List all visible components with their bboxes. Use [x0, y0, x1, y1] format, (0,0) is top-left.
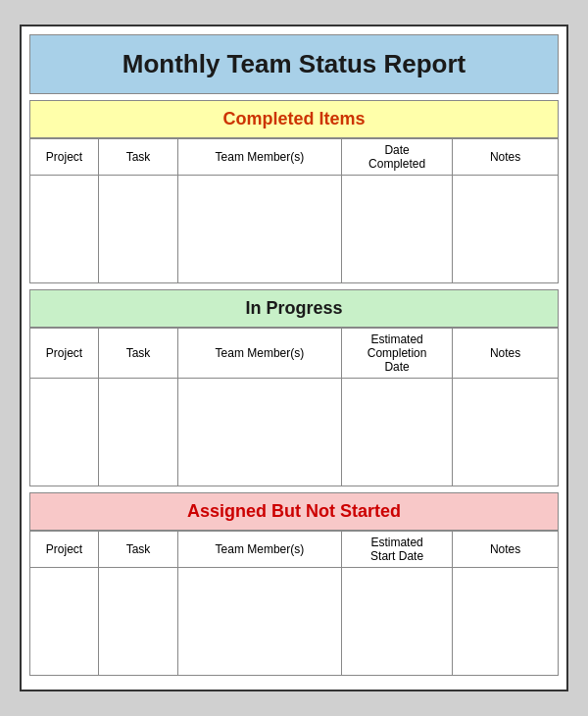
assigned-col-task: Task [99, 532, 178, 568]
report-container: Monthly Team Status Report Completed Ite… [20, 25, 568, 691]
completed-data-members [177, 176, 341, 283]
in-progress-data-date [341, 379, 452, 486]
completed-data-notes [453, 176, 559, 283]
report-title: Monthly Team Status Report [29, 34, 559, 94]
in-progress-data-task [99, 379, 178, 486]
assigned-data-date [341, 568, 452, 676]
completed-col-notes: Notes [453, 139, 559, 176]
assigned-data-members [177, 568, 341, 676]
in-progress-data-notes [453, 379, 559, 486]
in-progress-col-project: Project [30, 329, 99, 379]
completed-col-task: Task [99, 139, 178, 176]
completed-header-row: Project Task Team Member(s) DateComplete… [30, 139, 559, 176]
in-progress-table: Project Task Team Member(s) EstimatedCom… [29, 328, 559, 486]
assigned-data-row [30, 568, 559, 676]
assigned-section-header: Assigned But Not Started [29, 492, 559, 531]
in-progress-data-members [177, 379, 341, 486]
completed-data-project [30, 176, 99, 283]
assigned-col-notes: Notes [453, 532, 559, 568]
completed-col-project: Project [30, 139, 99, 176]
completed-data-date [341, 176, 452, 283]
in-progress-section-header: In Progress [29, 289, 559, 328]
in-progress-header-row: Project Task Team Member(s) EstimatedCom… [30, 329, 559, 379]
assigned-data-notes [453, 568, 559, 676]
completed-section-header: Completed Items [29, 100, 559, 138]
in-progress-data-project [30, 379, 99, 486]
in-progress-section: In Progress Project Task Team Member(s) … [29, 289, 559, 486]
in-progress-col-date: EstimatedCompletionDate [341, 329, 452, 379]
completed-table: Project Task Team Member(s) DateComplete… [29, 138, 559, 283]
assigned-section: Assigned But Not Started Project Task Te… [29, 492, 559, 676]
completed-col-date: DateCompleted [341, 139, 452, 176]
assigned-col-date: EstimatedStart Date [341, 532, 452, 568]
assigned-header-row: Project Task Team Member(s) EstimatedSta… [30, 532, 559, 568]
completed-data-task [99, 176, 178, 283]
assigned-table: Project Task Team Member(s) EstimatedSta… [29, 531, 559, 676]
completed-col-members: Team Member(s) [177, 139, 341, 176]
in-progress-col-task: Task [99, 329, 178, 379]
in-progress-data-row [30, 379, 559, 486]
in-progress-col-notes: Notes [453, 329, 559, 379]
in-progress-col-members: Team Member(s) [177, 329, 341, 379]
completed-section: Completed Items Project Task Team Member… [29, 100, 559, 283]
assigned-data-project [30, 568, 99, 676]
completed-data-row [30, 176, 559, 283]
assigned-col-project: Project [30, 532, 99, 568]
assigned-col-members: Team Member(s) [177, 532, 341, 568]
assigned-data-task [99, 568, 178, 676]
